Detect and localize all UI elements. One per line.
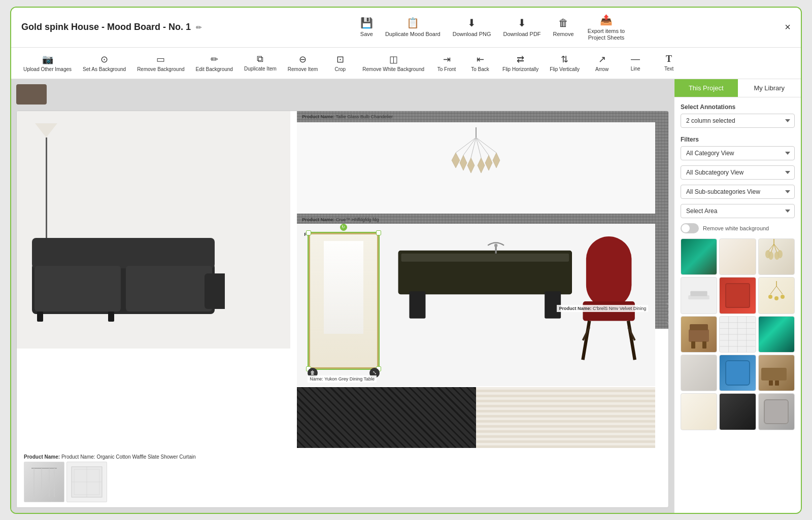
svg-point-47 <box>768 252 773 260</box>
svg-point-56 <box>774 296 779 300</box>
duplicate-moodboard-button[interactable]: 📋 Duplicate Mood Board <box>385 17 441 38</box>
sidebar-panel: This Project My Library Select Annotatio… <box>674 79 801 513</box>
arrow-button[interactable]: ↗ Arrow <box>587 52 617 75</box>
duplicate-item-label: Duplicate Item <box>244 66 277 72</box>
save-label: Save <box>360 31 373 38</box>
product-images <box>24 462 283 502</box>
export-button[interactable]: 📤 Export items to Project Sheets <box>586 14 627 41</box>
fabric-dark <box>297 387 476 448</box>
download-png-icon: ⬇ <box>467 17 476 29</box>
export-label: Export items to Project Sheets <box>586 28 627 41</box>
text-button[interactable]: T Text <box>654 52 684 74</box>
upload-images-button[interactable]: 📷 Upload Other Images <box>19 52 76 75</box>
set-as-background-button[interactable]: ⊙ Set As Background <box>79 52 130 75</box>
thumbnail-item-15[interactable] <box>758 393 795 430</box>
table-area: Product Name: C'brelS Nmv Velvet Dining … <box>297 224 655 386</box>
edit-title-icon[interactable]: ✏ <box>196 23 202 31</box>
line-button[interactable]: — Line <box>620 52 651 74</box>
thumbnail-item-11[interactable] <box>719 355 756 391</box>
rotate-handle[interactable]: ↻ <box>340 224 347 231</box>
canvas-area[interactable]: Product Name: Product Name: Organic Cott… <box>11 79 674 513</box>
sofa <box>22 223 225 324</box>
handle-tr[interactable] <box>376 230 381 235</box>
thumbnail-item-6[interactable] <box>758 277 795 314</box>
board-content[interactable]: Product Name: Product Name: Organic Cott… <box>17 111 668 507</box>
crop-button[interactable]: ⊡ Crop <box>325 52 355 75</box>
thumbnail-item-9[interactable] <box>758 316 795 353</box>
remove-item-button[interactable]: ⊖ Remove Item <box>284 52 322 75</box>
faucet-label: Product Name: Crue™ Hhffdgfdg fdg <box>297 216 655 224</box>
svg-rect-2 <box>35 266 121 311</box>
thumbnail-item-10[interactable] <box>681 355 717 391</box>
svg-line-53 <box>770 286 776 294</box>
remove-board-button[interactable]: 🗑 Remove <box>553 17 574 38</box>
remove-bg-label: Remove Background <box>137 66 184 73</box>
remove-white-bg-button[interactable]: ◫ Remove White Background <box>358 52 428 75</box>
handle-tl[interactable] <box>306 230 311 235</box>
thumbnail-item-7[interactable] <box>681 316 717 353</box>
sub-subcategory-select[interactable]: All Sub-subcategories View <box>681 185 795 199</box>
svg-rect-72 <box>775 380 779 386</box>
thumbnail-item-13[interactable] <box>681 393 717 430</box>
svg-rect-61 <box>702 341 706 349</box>
arrow-icon: ↗ <box>598 54 606 65</box>
main-layout: Product Name: Product Name: Organic Cott… <box>11 79 801 513</box>
download-pdf-icon: ⬇ <box>518 17 526 29</box>
tab-this-project[interactable]: This Project <box>674 79 738 97</box>
selected-mirror[interactable]: ↻ 🗑 ⤡ <box>308 232 379 370</box>
svg-marker-28 <box>493 153 500 168</box>
svg-rect-70 <box>761 368 787 380</box>
category-select[interactable]: All Category View <box>681 146 795 160</box>
svg-rect-6 <box>108 311 114 322</box>
thumbnail-item-2[interactable] <box>719 238 756 275</box>
svg-rect-5 <box>37 311 43 322</box>
svg-marker-25 <box>467 158 475 173</box>
svg-line-18 <box>463 137 476 155</box>
flip-h-label: Flip Horizontally <box>502 66 538 73</box>
header-left: Gold spink House - Mood Board - No. 1 ✏ <box>21 22 202 32</box>
save-icon: 💾 <box>360 17 373 29</box>
flip-vertically-button[interactable]: ⇅ Flip Vertically <box>546 52 584 75</box>
svg-rect-60 <box>691 341 695 349</box>
drag-drop-label: Drag & drop <box>667 293 669 326</box>
download-pdf-button[interactable]: ⬇ Download PDF <box>503 17 541 38</box>
line-label: Line <box>631 66 640 72</box>
svg-point-55 <box>768 295 772 299</box>
to-front-button[interactable]: ⇥ To Front <box>431 52 462 75</box>
annotations-select[interactable]: 2 column selected <box>681 114 795 128</box>
thumbnail-item-12[interactable] <box>758 355 795 391</box>
thumbnail-item-1[interactable] <box>681 238 717 275</box>
to-back-button[interactable]: ⇤ To Back <box>465 52 495 75</box>
mirror-label: Name: Yukon Grey Dining Table <box>308 375 377 383</box>
canvas-board[interactable]: Product Name: Product Name: Organic Cott… <box>16 111 669 508</box>
duplicate-item-button[interactable]: ⧉ Duplicate Item <box>240 52 281 74</box>
thumbnail-item-8[interactable] <box>719 316 756 353</box>
chair-label-1: Product Name: C'brelS Nmv Velvet Dining <box>557 305 648 312</box>
area-select[interactable]: Select Area <box>681 204 795 218</box>
subcategory-select[interactable]: All Subcategory View <box>681 165 795 180</box>
text-label: Text <box>664 66 673 72</box>
download-png-label: Download PNG <box>453 31 491 38</box>
download-png-button[interactable]: ⬇ Download PNG <box>453 17 491 38</box>
flip-horizontally-button[interactable]: ⇄ Flip Horizontally <box>498 52 543 75</box>
remove-white-bg-toggle[interactable] <box>681 223 699 233</box>
svg-line-21 <box>476 137 489 155</box>
remove-background-button[interactable]: ▭ Remove Background <box>133 52 188 75</box>
tab-my-library[interactable]: My Library <box>738 79 801 97</box>
close-button[interactable]: × <box>785 21 791 33</box>
svg-marker-26 <box>478 158 485 173</box>
save-button[interactable]: 💾 Save <box>360 17 373 38</box>
header: Gold spink House - Mood Board - No. 1 ✏ … <box>11 8 801 48</box>
thumbnail-item-14[interactable] <box>719 393 756 430</box>
thumbnail-item-3[interactable] <box>758 238 795 275</box>
svg-rect-51 <box>690 291 707 296</box>
curtain-product-section: Product Name: Product Name: Organic Cott… <box>17 449 290 507</box>
remove-white-bg-icon: ◫ <box>389 54 398 65</box>
edit-background-button[interactable]: ✏ Edit Background <box>192 52 237 75</box>
flip-v-label: Flip Vertically <box>550 66 580 73</box>
thumbnail-item-5[interactable] <box>719 277 756 314</box>
fabric-cream <box>476 387 655 448</box>
thumbnail-item-4[interactable] <box>681 277 717 314</box>
svg-marker-27 <box>485 155 492 170</box>
crop-icon: ⊡ <box>336 54 344 65</box>
